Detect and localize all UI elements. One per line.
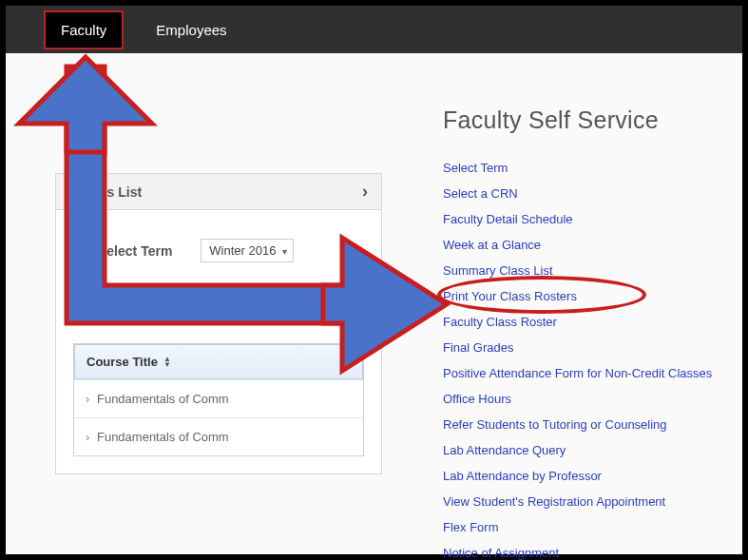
table-row[interactable]: › Fundamentals of Comm [74,379,363,417]
link-notice-of-assignment[interactable]: Notice of Assignment [443,546,738,560]
link-faculty-class-roster[interactable]: Faculty Class Roster [443,315,738,329]
link-positive-attendance[interactable]: Positive Attendance Form for Non-Credit … [443,366,738,380]
last-updated-label: Last Updated [143,281,221,296]
caret-down-icon: ▾ [282,246,287,257]
chevron-right-icon: › [362,182,368,202]
nav-tab-faculty[interactable]: Faculty [44,10,124,49]
link-office-hours[interactable]: Office Hours [443,392,738,406]
faculty-self-service-panel: Faculty Self Service Select Term Select … [443,106,738,560]
link-select-term[interactable]: Select Term [443,161,738,175]
link-lab-attendance-professor[interactable]: Lab Attendance by Professor [443,469,738,483]
column-header-text: Course Title [86,355,158,369]
last-updated-value: Thu December 17, 2015 [231,281,364,296]
link-lab-attendance-query[interactable]: Lab Attendance Query [443,443,738,457]
select-term-label: Select Term [98,243,172,259]
select-term-row: Select Term Winter 2016 ▾ [56,210,381,278]
table-row[interactable]: › Fundamentals of Comm [74,417,363,455]
panel-title: Faculty Self Service [443,106,738,134]
top-navbar: Faculty Employees [6,6,742,53]
nav-tab-label: Employees [156,22,226,38]
course-title-cell: Fundamentals of Comm [97,392,229,406]
sort-icon: ▲▼ [163,357,171,368]
nav-tab-label: Faculty [61,22,106,38]
link-week-at-a-glance[interactable]: Week at a Glance [443,238,738,252]
class-list-title: Class List [79,184,142,200]
term-select-value: Winter 2016 [209,243,276,258]
course-table: Course Title ▲▼ › Fundamentals of Comm ›… [73,343,364,456]
link-summary-class-list[interactable]: Summary Class List [443,263,738,278]
link-list: Select Term Select a CRN Faculty Detail … [443,161,738,560]
link-select-crn[interactable]: Select a CRN [443,186,738,201]
expand-icon: › [86,392,89,406]
expand-icon: › [86,430,89,444]
link-print-class-rosters[interactable]: Print Your Class Rosters [443,289,738,303]
link-flex-form[interactable]: Flex Form [443,520,738,534]
course-title-cell: Fundamentals of Comm [97,430,229,444]
last-updated-row: Last Updated Thu December 17, 2015 [56,278,377,305]
course-title-column-header[interactable]: Course Title ▲▼ [74,344,363,379]
nav-tab-employees[interactable]: Employees [143,14,240,46]
link-faculty-detail-schedule[interactable]: Faculty Detail Schedule [443,212,738,226]
link-final-grades[interactable]: Final Grades [443,340,738,355]
link-refer-students[interactable]: Refer Students to Tutoring or Counseling [443,417,738,432]
term-select-dropdown[interactable]: Winter 2016 ▾ [201,239,294,262]
class-list-header[interactable]: Class List › [56,174,381,210]
class-list-card: Class List › Select Term Winter 2016 ▾ L… [55,173,382,474]
link-view-registration-appt[interactable]: View Student's Registration Appointment [443,494,738,509]
main-area: Class List › Select Term Winter 2016 ▾ L… [6,53,742,554]
